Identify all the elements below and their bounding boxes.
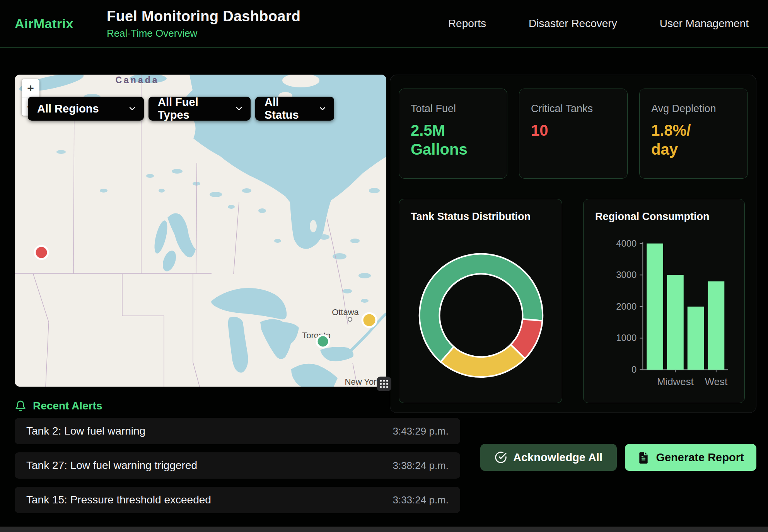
grip-dots-icon <box>379 379 389 389</box>
map-panel[interactable]: Canada Ottawa Toronto New York + − All R… <box>15 75 386 387</box>
recent-alerts-title: Recent Alerts <box>33 400 102 412</box>
alert-time: 3:43:29 p.m. <box>393 425 449 437</box>
tank-status-donut-chart <box>399 199 562 403</box>
resize-grip-handle[interactable] <box>377 377 391 391</box>
nav-user-management[interactable]: User Management <box>660 17 749 30</box>
bell-icon <box>15 400 26 412</box>
svg-text:1000: 1000 <box>616 333 637 343</box>
check-circle-icon <box>495 451 507 464</box>
file-text-icon <box>637 451 650 464</box>
chart-title: Tank Status Distribution <box>411 211 531 223</box>
recent-alerts-heading: Recent Alerts <box>15 400 102 412</box>
fuel-type-filter-dropdown[interactable]: All Fuel Types <box>148 97 251 121</box>
map-label-canada: Canada <box>115 75 159 85</box>
stat-card-avg-depletion: Avg Depletion 1.8%/day <box>639 89 748 179</box>
stat-value: 2.5MGallons <box>411 121 495 159</box>
chevron-down-icon <box>128 104 137 113</box>
ottawa-town-dot <box>348 317 352 321</box>
stat-label: Avg Depletion <box>651 103 736 115</box>
window-bottom-bar <box>0 527 768 532</box>
svg-text:2000: 2000 <box>616 301 637 312</box>
main-nav: Reports Disaster Recovery User Managemen… <box>448 17 749 30</box>
stat-card-critical-tanks: Critical Tanks 10 <box>519 89 628 179</box>
header: AirMatrix Fuel Monitoring Dashboard Real… <box>0 0 768 48</box>
bar-0 <box>647 244 663 370</box>
svg-text:0: 0 <box>631 364 637 375</box>
stat-card-total-fuel: Total Fuel 2.5MGallons <box>399 89 507 179</box>
region-filter-dropdown[interactable]: All Regions <box>28 97 144 121</box>
map-label-toronto: Toronto <box>302 331 330 340</box>
app-logo: AirMatrix <box>15 16 73 31</box>
svg-text:3000: 3000 <box>616 269 637 280</box>
bar-1 <box>667 275 684 370</box>
header-titles: Fuel Monitoring Dashboard Real-Time Over… <box>107 8 300 39</box>
regional-consumption-bar-chart: 01000200030004000MidwestWest <box>584 199 744 403</box>
generate-report-label: Generate Report <box>656 451 744 464</box>
alert-message: Tank 27: Low fuel warning triggered <box>26 459 197 472</box>
generate-report-button[interactable]: Generate Report <box>625 444 756 471</box>
acknowledge-all-button[interactable]: Acknowledge All <box>480 444 617 471</box>
chart-title: Regional Consumption <box>595 211 709 223</box>
chevron-down-icon <box>318 104 327 113</box>
stat-label: Total Fuel <box>411 103 495 115</box>
metrics-panel: Total Fuel 2.5MGallons Critical Tanks 10… <box>390 75 756 413</box>
stat-value: 1.8%/day <box>651 121 736 159</box>
fuel-monitoring-dashboard: AirMatrix Fuel Monitoring Dashboard Real… <box>0 0 768 532</box>
page-subtitle: Real-Time Overview <box>107 27 300 39</box>
regional-consumption-chart-card: Regional Consumption 01000200030004000Mi… <box>583 199 745 403</box>
alert-row[interactable]: Tank 2: Low fuel warning 3:43:29 p.m. <box>15 418 460 444</box>
map-label-ottawa: Ottawa <box>332 307 359 317</box>
stat-value: 10 <box>531 121 616 140</box>
svg-text:West: West <box>705 376 727 387</box>
nav-reports[interactable]: Reports <box>448 17 486 30</box>
region-filter-label: All Regions <box>37 102 99 115</box>
status-filter-dropdown[interactable]: All Status <box>255 97 334 121</box>
map-label-newyork: New York <box>345 377 381 387</box>
svg-text:4000: 4000 <box>616 238 637 249</box>
page-title: Fuel Monitoring Dashboard <box>107 8 300 25</box>
donut-segment-warning <box>441 344 525 377</box>
zoom-in-button[interactable]: + <box>22 79 39 97</box>
alert-row[interactable]: Tank 27: Low fuel warning triggered 3:38… <box>15 452 460 479</box>
alert-row[interactable]: Tank 15: Pressure threshold exceeded 3:3… <box>15 487 460 513</box>
svg-text:Midwest: Midwest <box>657 376 694 387</box>
nav-disaster-recovery[interactable]: Disaster Recovery <box>529 17 617 30</box>
alert-message: Tank 15: Pressure threshold exceeded <box>26 494 211 506</box>
bar-3 <box>708 281 724 370</box>
map-canvas: Canada Ottawa Toronto New York <box>15 75 386 387</box>
chevron-down-icon <box>234 104 244 113</box>
fuel-type-filter-label: All Fuel Types <box>158 96 229 121</box>
tank-status-chart-card: Tank Status Distribution <box>399 199 562 403</box>
alert-time: 3:33:24 p.m. <box>393 494 449 506</box>
alert-time: 3:38:24 p.m. <box>393 460 449 472</box>
status-filter-label: All Status <box>265 96 312 121</box>
alert-message: Tank 2: Low fuel warning <box>26 425 145 437</box>
map-filters: All Regions All Fuel Types All Status <box>28 97 334 121</box>
bar-2 <box>688 307 704 370</box>
acknowledge-all-label: Acknowledge All <box>513 451 602 464</box>
stat-label: Critical Tanks <box>531 103 616 115</box>
